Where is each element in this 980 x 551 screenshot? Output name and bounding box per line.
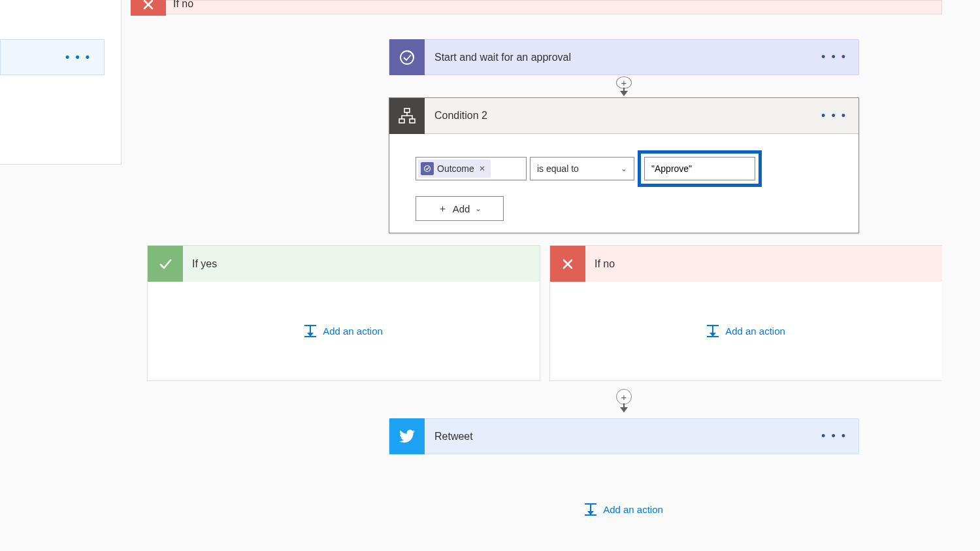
svg-rect-2: [399, 119, 404, 123]
approval-title: Start and wait for an approval: [434, 52, 809, 63]
prev-ifno-label: If no: [173, 0, 193, 10]
add-action-no[interactable]: Add an action: [707, 325, 785, 337]
condition-row: Outcome ✕ is equal to ⌄: [416, 150, 832, 187]
approval-icon: [389, 39, 425, 75]
insert-step-button[interactable]: +: [616, 389, 632, 405]
scrollbar-track[interactable]: [942, 0, 980, 551]
bottom-add-row: Add an action: [389, 503, 859, 516]
chevron-down-icon: ⌄: [475, 204, 482, 213]
approval-icon: [421, 162, 434, 175]
add-condition-button[interactable]: ＋ Add ⌄: [416, 196, 504, 221]
ellipsis-icon[interactable]: • • •: [65, 50, 91, 64]
branch-no-label: If no: [595, 258, 615, 270]
condition-header[interactable]: Condition 2 • • •: [389, 98, 858, 134]
flow-canvas: If no • • • Start and wait for an approv…: [0, 0, 980, 551]
add-action-icon: [585, 503, 596, 516]
add-action-label: Add an action: [323, 326, 383, 337]
branch-no: If no Add an action: [549, 245, 942, 381]
add-action-bottom[interactable]: Add an action: [585, 503, 663, 516]
condition-value-input[interactable]: [644, 157, 755, 180]
connector: +: [389, 76, 859, 96]
branch-yes: If yes Add an action: [147, 245, 540, 381]
left-sub-card[interactable]: • • •: [0, 39, 105, 75]
arrow-down-icon: [620, 91, 628, 96]
twitter-icon: [389, 418, 425, 454]
outcome-token[interactable]: Outcome ✕: [418, 159, 491, 178]
flow-column: Start and wait for an approval • • • + C…: [389, 39, 859, 233]
check-icon: [148, 246, 183, 282]
operator-label: is equal to: [537, 163, 579, 174]
cross-icon: [550, 246, 585, 282]
add-label: Add: [453, 203, 470, 214]
svg-rect-3: [410, 119, 415, 123]
branch-yes-label: If yes: [192, 258, 217, 270]
plus-icon: ＋: [438, 203, 448, 215]
retweet-menu[interactable]: • • •: [809, 429, 858, 443]
value-highlight-box: [638, 150, 762, 187]
chevron-down-icon: ⌄: [621, 164, 627, 173]
branch-container: If yes Add an action If no: [147, 245, 942, 381]
condition-icon: [389, 98, 425, 134]
arrow-down-icon: [620, 407, 628, 412]
approval-card[interactable]: Start and wait for an approval • • •: [389, 39, 859, 75]
branch-no-body: Add an action: [550, 282, 942, 380]
condition-operator-select[interactable]: is equal to ⌄: [530, 157, 634, 180]
left-branch-fragment: • • •: [0, 0, 122, 165]
condition-left-operand[interactable]: Outcome ✕: [416, 157, 527, 180]
prev-ifno-header: [131, 0, 942, 14]
branch-no-header[interactable]: If no: [550, 246, 942, 282]
condition-body: Outcome ✕ is equal to ⌄ ＋ Add ⌄: [389, 134, 858, 233]
condition-menu[interactable]: • • •: [809, 109, 858, 123]
retweet-card[interactable]: Retweet • • •: [389, 418, 859, 454]
branch-yes-header[interactable]: If yes: [148, 246, 540, 282]
retweet-title: Retweet: [434, 431, 809, 442]
connector: +: [389, 389, 859, 415]
add-action-icon: [304, 325, 316, 337]
cross-icon: [131, 0, 166, 16]
retweet-wrap: Retweet • • •: [389, 418, 859, 454]
approval-menu[interactable]: • • •: [809, 50, 858, 64]
condition-card: Condition 2 • • • Outcome ✕: [389, 97, 859, 233]
token-remove[interactable]: ✕: [479, 164, 485, 173]
condition-title: Condition 2: [434, 110, 809, 122]
branch-yes-body: Add an action: [148, 282, 540, 380]
svg-rect-1: [404, 109, 410, 112]
add-action-label: Add an action: [603, 504, 663, 515]
add-action-icon: [707, 325, 719, 337]
add-action-yes[interactable]: Add an action: [304, 325, 383, 337]
add-action-label: Add an action: [725, 326, 785, 337]
token-label: Outcome: [437, 163, 474, 174]
